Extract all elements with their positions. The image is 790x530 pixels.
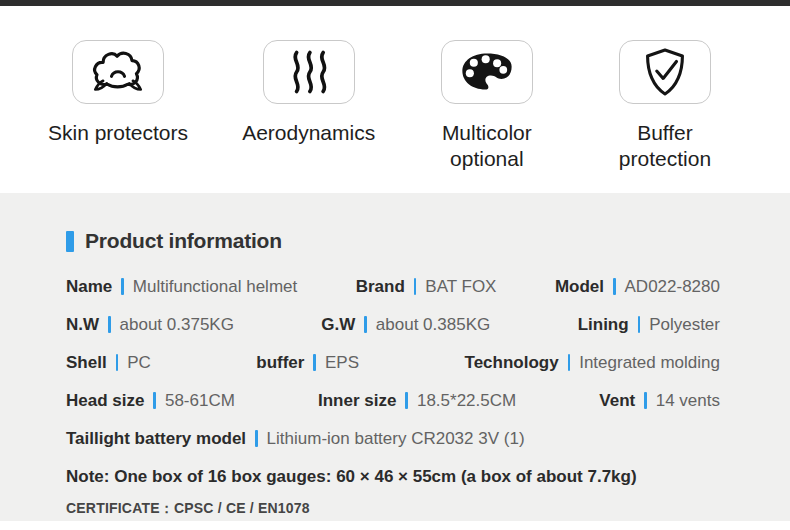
separator-bar (364, 316, 367, 333)
airflow-icon (263, 40, 355, 104)
spec-value: BAT FOX (425, 277, 496, 296)
separator-bar (108, 316, 111, 333)
spec-lining: LiningPolyester (578, 315, 720, 334)
spec-value: Lithium-ion battery CR2032 3V (1) (267, 429, 525, 448)
spec-label: Taillight battery model (66, 429, 246, 448)
separator-bar (568, 354, 571, 371)
feature-buffer-protection: Buffer protection (580, 40, 750, 172)
section-title: Product information (85, 229, 282, 253)
section-heading: Product information (66, 229, 720, 253)
spec-label: Lining (578, 315, 629, 334)
separator-bar (313, 354, 316, 371)
spec-label: Model (555, 277, 604, 296)
heading-accent-bar (66, 231, 74, 252)
spec-technology: TechnologyIntegrated molding (465, 353, 720, 372)
spec-row: ShellPC bufferEPS TechnologyIntegrated m… (66, 353, 720, 372)
spec-brand: BrandBAT FOX (356, 277, 497, 296)
spec-buffer: bufferEPS (256, 353, 359, 372)
feature-skin-protectors: Skin protectors (28, 40, 208, 146)
spec-value: 58-61CM (165, 391, 235, 410)
spec-name: NameMultifunctional helmet (66, 277, 297, 296)
certificate-line: CERTIFICATE：CPSC / CE / EN1078 (66, 500, 720, 518)
feature-highlights-row: Skin protectors Aerodynamics Multicolor … (0, 6, 790, 193)
spec-value: 18.5*22.5CM (417, 391, 516, 410)
spec-value: PC (127, 353, 151, 372)
separator-bar (153, 392, 156, 409)
spec-model: ModelAD022-8280 (555, 277, 720, 296)
spec-value: AD022-8280 (625, 277, 720, 296)
spec-label: Technology (465, 353, 559, 372)
spec-value: Multifunctional helmet (133, 277, 297, 296)
separator-bar (405, 392, 408, 409)
feature-aerodynamics: Aerodynamics (224, 40, 394, 146)
shield-check-icon (619, 40, 711, 104)
spec-label: Vent (599, 391, 635, 410)
feature-label: Multicolor optional (419, 120, 554, 172)
product-information-section: Product information NameMultifunctional … (0, 193, 790, 521)
spec-row: NameMultifunctional helmet BrandBAT FOX … (66, 277, 720, 296)
separator-bar (644, 392, 647, 409)
spec-value: Polyester (649, 315, 720, 334)
spec-label: buffer (256, 353, 304, 372)
spec-label: G.W (321, 315, 355, 334)
spec-row: Taillight battery modelLithium-ion batte… (66, 429, 720, 448)
spec-label: Shell (66, 353, 107, 372)
separator-bar (116, 354, 119, 371)
feature-multicolor: Multicolor optional (409, 40, 564, 172)
separator-bar (121, 278, 124, 295)
spec-inner-size: Inner size18.5*22.5CM (318, 391, 516, 410)
separator-bar (414, 278, 417, 295)
separator-bar (638, 316, 641, 333)
packing-note: Note: One box of 16 box gauges: 60 × 46 … (66, 467, 720, 487)
spec-row: Head size58-61CM Inner size18.5*22.5CM V… (66, 391, 720, 410)
spec-gross-weight: G.Wabout 0.385KG (321, 315, 490, 334)
feature-label: Buffer protection (597, 120, 732, 172)
separator-bar (255, 430, 258, 447)
spec-net-weight: N.Wabout 0.375KG (66, 315, 234, 334)
spec-label: N.W (66, 315, 99, 334)
spec-value: 14 vents (656, 391, 720, 410)
spec-shell: ShellPC (66, 353, 151, 372)
spec-label: Brand (356, 277, 405, 296)
feature-label: Aerodynamics (224, 120, 394, 146)
spec-label: Name (66, 277, 112, 296)
spec-label: Inner size (318, 391, 396, 410)
spec-taillight-battery: Taillight battery modelLithium-ion batte… (66, 429, 525, 448)
cotton-pad-icon (72, 40, 164, 104)
feature-label: Skin protectors (28, 120, 208, 146)
palette-icon (441, 40, 533, 104)
spec-vent: Vent14 vents (599, 391, 720, 410)
spec-value: Integrated molding (579, 353, 720, 372)
spec-value: EPS (325, 353, 359, 372)
spec-value: about 0.375KG (120, 315, 234, 334)
spec-row: N.Wabout 0.375KG G.Wabout 0.385KG Lining… (66, 315, 720, 334)
spec-value: about 0.385KG (376, 315, 490, 334)
spec-label: Head size (66, 391, 144, 410)
spec-head-size: Head size58-61CM (66, 391, 235, 410)
separator-bar (613, 278, 616, 295)
